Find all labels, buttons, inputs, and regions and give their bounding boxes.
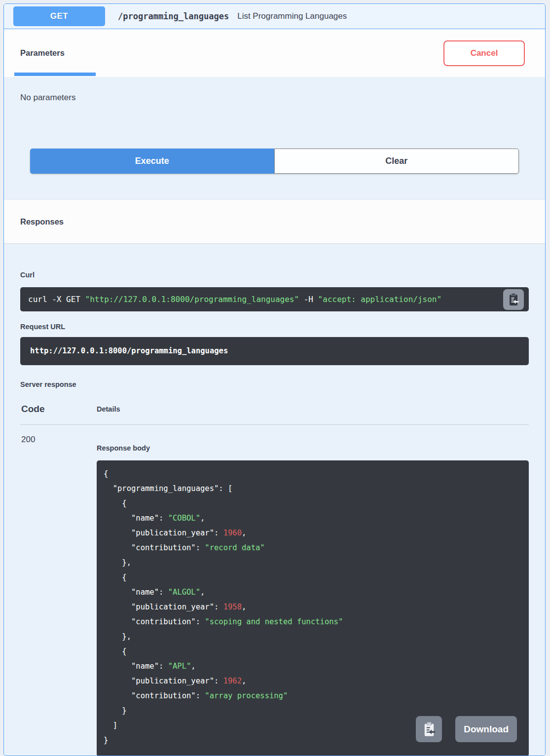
curl-url: "http://127.0.0.1:8000/programming_langu… [85, 295, 299, 304]
curl-label: Curl [20, 270, 529, 279]
download-button[interactable]: Download [455, 716, 517, 742]
request-url-value: http://127.0.0.1:8000/programming_langua… [20, 337, 529, 365]
response-body-code: { "programming_languages": [ { "name": "… [104, 466, 529, 748]
cancel-button[interactable]: Cancel [443, 40, 525, 66]
responses-header: Responses [4, 199, 545, 244]
responses-title: Responses [20, 217, 64, 227]
request-url-label: Request URL [20, 322, 529, 331]
execute-row: Execute Clear [30, 149, 519, 174]
parameters-body: No parameters Execute Clear [4, 77, 545, 199]
clear-button[interactable]: Clear [274, 149, 519, 174]
response-table-head: Code Details [20, 404, 529, 415]
no-parameters-text: No parameters [20, 93, 529, 103]
operation-summary[interactable]: GET /programming_languages List Programm… [4, 4, 545, 29]
operation-block: GET /programming_languages List Programm… [3, 3, 546, 756]
response-body-block: { "programming_languages": [ { "name": "… [97, 460, 529, 756]
server-response-label: Server response [20, 380, 529, 389]
response-details: Response body { "programming_languages":… [97, 435, 529, 756]
parameters-header: Parameters Cancel [4, 29, 545, 77]
curl-command-wrap: curl -X GET "http://127.0.0.1:8000/progr… [20, 287, 529, 311]
curl-header-value: "accept: application/json" [318, 295, 441, 304]
code-column-header: Code [20, 404, 97, 415]
endpoint-summary: List Programming Languages [237, 11, 347, 21]
tab-parameters: Parameters [20, 48, 65, 58]
curl-header-flag: -H [299, 295, 318, 304]
active-tab-underline [14, 73, 96, 76]
table-divider [20, 424, 529, 425]
curl-command[interactable]: curl -X GET "http://127.0.0.1:8000/progr… [20, 287, 529, 311]
response-body-actions: Download [416, 716, 517, 742]
clipboard-copy-icon [508, 293, 519, 306]
status-code: 200 [20, 435, 97, 756]
copy-response-button[interactable] [416, 716, 442, 742]
responses-body: Curl curl -X GET "http://127.0.0.1:8000/… [4, 244, 545, 756]
clipboard-copy-icon [422, 722, 436, 737]
details-column-header: Details [97, 405, 120, 413]
execute-button[interactable]: Execute [30, 149, 274, 174]
curl-prefix: curl -X GET [28, 295, 85, 304]
endpoint-path: /programming_languages [118, 11, 229, 21]
response-row-200: 200 Response body { "programming_languag… [20, 435, 529, 756]
copy-curl-button[interactable] [503, 289, 524, 310]
method-badge: GET [13, 6, 105, 26]
response-body-label: Response body [97, 444, 529, 453]
